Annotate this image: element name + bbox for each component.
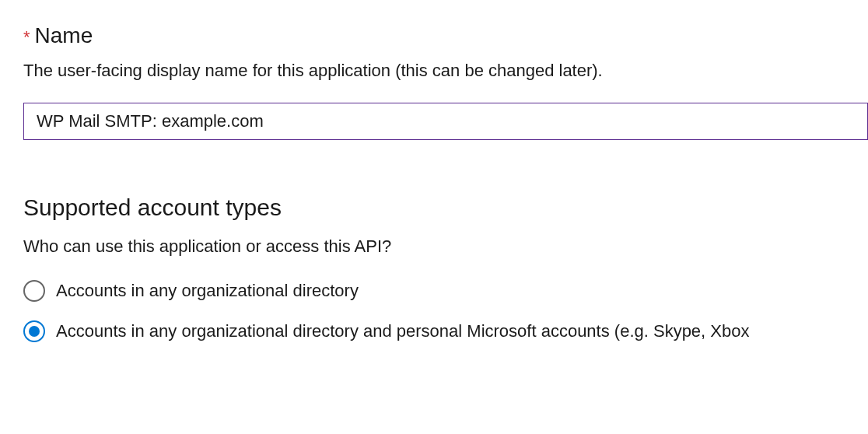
name-field-description: The user-facing display name for this ap… — [23, 61, 868, 81]
name-label-text: Name — [35, 23, 93, 48]
radio-option-org-directory[interactable]: Accounts in any organizational directory — [23, 280, 868, 302]
radio-label-org-directory: Accounts in any organizational directory — [56, 281, 359, 301]
account-types-heading: Supported account types — [23, 194, 868, 221]
name-input[interactable] — [23, 103, 868, 140]
name-field-label: * Name — [23, 23, 868, 48]
radio-option-org-and-personal[interactable]: Accounts in any organizational directory… — [23, 320, 868, 342]
required-indicator: * — [23, 27, 30, 47]
radio-button-icon — [23, 280, 45, 302]
account-types-radio-group: Accounts in any organizational directory… — [23, 280, 868, 342]
account-types-subheading: Who can use this application or access t… — [23, 236, 868, 257]
radio-button-selected-icon — [23, 320, 45, 342]
radio-label-org-and-personal: Accounts in any organizational directory… — [56, 321, 749, 341]
